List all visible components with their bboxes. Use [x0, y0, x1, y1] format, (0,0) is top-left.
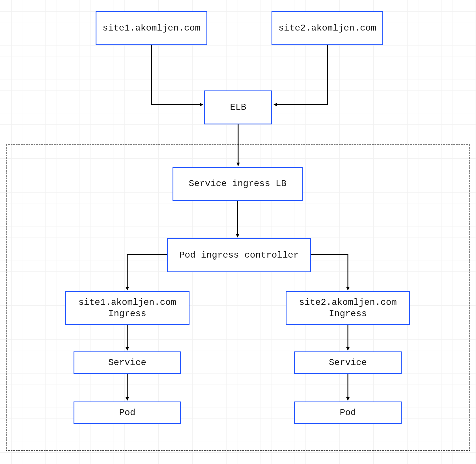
- node-pod1: Pod: [74, 402, 181, 424]
- node-pod-ingress-controller: Pod ingress controller: [167, 238, 311, 272]
- node-ingress-site1: site1.akomljen.com Ingress: [65, 291, 189, 325]
- node-pod2: Pod: [294, 402, 402, 424]
- node-label: Pod: [119, 407, 135, 418]
- node-label: site1.akomljen.com Ingress: [78, 297, 176, 320]
- node-site2-external: site2.akomljen.com: [272, 11, 383, 45]
- node-label: site2.akomljen.com Ingress: [299, 297, 397, 320]
- node-ingress-site2: site2.akomljen.com Ingress: [286, 291, 410, 325]
- node-service2: Service: [294, 351, 402, 374]
- node-label: Service: [329, 357, 367, 368]
- node-service-ingress-lb: Service ingress LB: [173, 167, 303, 201]
- node-label: Service ingress LB: [189, 178, 287, 189]
- node-label: ELB: [230, 102, 246, 113]
- diagram-canvas: site1.akomljen.com site2.akomljen.com EL…: [0, 0, 476, 464]
- node-service1: Service: [74, 351, 181, 374]
- node-label: site2.akomljen.com: [279, 23, 376, 34]
- node-label: Service: [108, 357, 146, 368]
- node-label: site1.akomljen.com: [103, 23, 201, 34]
- node-site1-external: site1.akomljen.com: [96, 11, 207, 45]
- node-label: Pod ingress controller: [179, 250, 299, 261]
- node-label: Pod: [340, 407, 356, 418]
- node-elb: ELB: [204, 90, 272, 124]
